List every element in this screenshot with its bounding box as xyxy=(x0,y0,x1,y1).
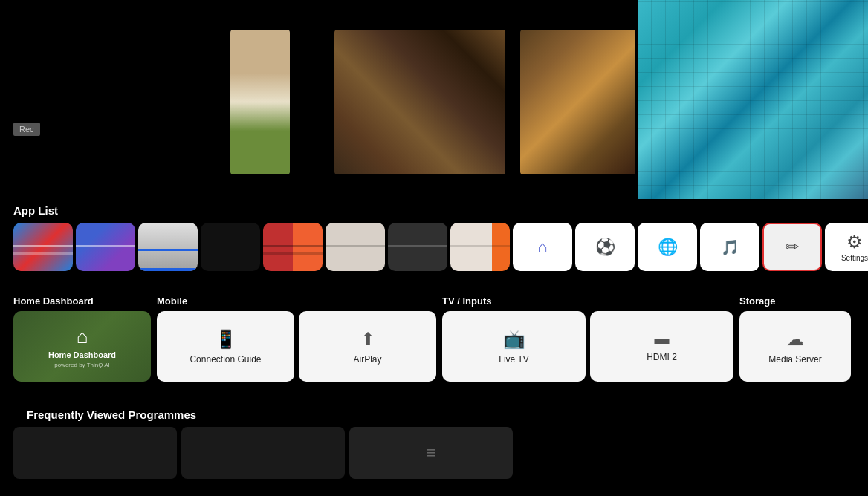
home-dashboard-tiles: ⌂ Home Dashboard powered by ThinQ AI xyxy=(13,311,151,382)
airplay-tile[interactable]: ⬆ AirPlay xyxy=(299,311,436,382)
stripe xyxy=(326,245,385,247)
storage-category: Storage ☁ Media Server xyxy=(739,296,851,382)
music-media-icon: 🎵 xyxy=(721,238,739,256)
app-list-section: App List ⌂ ⚽ xyxy=(0,204,868,271)
home-dashboard-title: Home Dashboard xyxy=(13,296,151,307)
app-tile-settings[interactable]: ⚙ Settings xyxy=(825,223,868,271)
app-tile-media-icon[interactable]: 🎵 xyxy=(700,223,760,271)
mobile-title: Mobile xyxy=(157,296,436,307)
mobile-category: Mobile 📱 Connection Guide ⬆ AirPlay xyxy=(157,296,436,382)
app-tile-8[interactable] xyxy=(450,223,510,271)
tv-inputs-title: TV / Inputs xyxy=(442,296,733,307)
stripe2 xyxy=(13,252,73,255)
stripe2 xyxy=(263,252,323,255)
thumbnail-4[interactable] xyxy=(638,0,868,199)
app-tile-home-icon[interactable]: ⌂ xyxy=(513,223,572,271)
airplay-label: AirPlay xyxy=(353,354,381,365)
live-tv-icon: 📺 xyxy=(503,329,525,350)
home-icon: ⌂ xyxy=(77,325,88,348)
airplay-icon: ⬆ xyxy=(360,329,375,350)
hdmi2-tile[interactable]: ▬ HDMI 2 xyxy=(590,311,733,382)
app-tile-edit[interactable]: ✏ xyxy=(762,223,822,271)
freq-tile-1[interactable] xyxy=(13,427,177,479)
tv-inputs-tiles: 📺 Live TV ▬ HDMI 2 xyxy=(442,311,733,382)
thumbnail-2[interactable] xyxy=(334,30,505,174)
home-dashboard-icon: ⌂ xyxy=(537,238,547,257)
live-tv-tile[interactable]: 📺 Live TV xyxy=(442,311,586,382)
freq-tiles-row: ≡ xyxy=(13,427,855,479)
app-tile-6[interactable] xyxy=(326,223,385,271)
top-banner: Rec xyxy=(0,0,868,200)
app-icons-row: ⌂ ⚽ 🌐 🎵 ✏ ⚙ Settings xyxy=(0,223,868,271)
app-list-label: App List xyxy=(0,204,868,217)
media-server-label: Media Server xyxy=(768,354,821,365)
list-icon: ≡ xyxy=(427,443,436,463)
stripe xyxy=(263,245,323,247)
freq-tile-2[interactable] xyxy=(181,427,345,479)
app-tile-soccer[interactable]: ⚽ xyxy=(575,223,635,271)
freq-label: Frequently Viewed Programmes xyxy=(13,408,855,421)
thumbnail-3[interactable] xyxy=(520,30,635,174)
teal-thumbnail xyxy=(638,0,868,199)
categories-row: Home Dashboard ⌂ Home Dashboard powered … xyxy=(13,296,855,382)
app-tile-1[interactable] xyxy=(13,223,73,271)
mobile-icon: 📱 xyxy=(215,329,237,350)
banner-label: Rec xyxy=(13,123,40,136)
storage-title: Storage xyxy=(739,296,851,307)
media-server-tile[interactable]: ☁ Media Server xyxy=(739,311,851,382)
soccer-icon: ⚽ xyxy=(595,238,615,257)
connection-guide-label: Connection Guide xyxy=(190,354,261,365)
app-tile-2[interactable] xyxy=(76,223,135,271)
edit-icon: ✏ xyxy=(786,238,799,257)
settings-label: Settings xyxy=(841,254,868,262)
bottom-section: Home Dashboard ⌂ Home Dashboard powered … xyxy=(0,296,868,382)
stripe xyxy=(388,245,447,247)
stripe xyxy=(13,245,73,247)
home-dashboard-category: Home Dashboard ⌂ Home Dashboard powered … xyxy=(13,296,151,382)
powered-by-label: powered by ThinQ AI xyxy=(54,362,110,368)
hdmi-icon: ▬ xyxy=(655,330,670,347)
stripe-blue xyxy=(138,249,198,251)
thumbnail-1[interactable] xyxy=(230,30,290,174)
globe-icon: 🌐 xyxy=(658,238,678,257)
tv-inputs-category: TV / Inputs 📺 Live TV ▬ HDMI 2 xyxy=(442,296,733,382)
color-bar xyxy=(138,268,198,271)
frequently-viewed-section: Frequently Viewed Programmes ≡ xyxy=(0,408,868,479)
media-server-icon: ☁ xyxy=(786,329,804,350)
storage-tiles: ☁ Media Server xyxy=(739,311,851,382)
connection-guide-tile[interactable]: 📱 Connection Guide xyxy=(157,311,294,382)
settings-gear-icon: ⚙ xyxy=(846,232,863,252)
app-tile-4[interactable] xyxy=(201,223,260,271)
stripe xyxy=(76,245,135,247)
live-tv-label: Live TV xyxy=(499,354,528,365)
home-dashboard-tile-name: Home Dashboard xyxy=(48,350,116,359)
app-tile-globe[interactable]: 🌐 xyxy=(638,223,697,271)
mobile-tiles: 📱 Connection Guide ⬆ AirPlay xyxy=(157,311,436,382)
app-tile-7[interactable] xyxy=(388,223,447,271)
home-dashboard-tile[interactable]: ⌂ Home Dashboard powered by ThinQ AI xyxy=(13,311,151,382)
stripe xyxy=(450,245,510,247)
hdmi2-label: HDMI 2 xyxy=(647,352,677,362)
freq-tile-3[interactable]: ≡ xyxy=(349,427,513,479)
app-tile-3[interactable] xyxy=(138,223,198,271)
app-tile-5[interactable] xyxy=(263,223,323,271)
